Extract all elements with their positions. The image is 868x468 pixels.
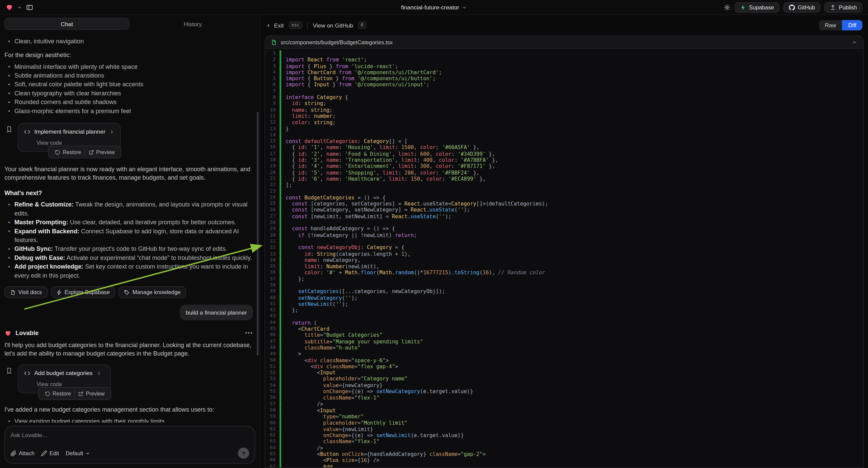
more-options-icon[interactable]: ••• [245,329,253,338]
card-action-bar: Restore Preview [48,146,121,158]
line-number: 5 [265,76,279,82]
code-text: return ( [281,320,317,326]
chat-panel: Chat History Clean, intuitive navigation… [0,15,260,468]
code-text: const newCategoryObj: Category = { [281,244,404,251]
raw-diff-toggle: Raw Diff [819,20,862,30]
card-action-bar: Restore Preview [38,387,112,400]
bookmark-icon[interactable] [5,126,12,133]
next-step-item: GitHub Sync: Transfer your project's cod… [4,244,253,253]
logo-chevron-down-icon[interactable] [17,5,22,10]
line-number: 66 [265,457,279,464]
composer-input[interactable] [10,431,249,441]
default-mode-button[interactable]: Default [66,450,91,456]
code-text: interface Category { [281,94,348,101]
code-line: 18 { id: '3', name: 'Transportation', li… [265,157,863,163]
code-text: { id: '6', name: 'Healthcare', limit: 15… [281,176,486,182]
line-number: 34 [265,257,279,263]
add-budget-card-title: Add budget categories [34,369,92,377]
publish-upload-icon [830,4,836,10]
sidebar-toggle-icon[interactable] [26,4,33,11]
restore-icon [55,149,60,155]
preview-button[interactable]: Preview [74,389,108,398]
line-number: 46 [265,332,279,339]
line-number: 1 [265,50,279,57]
manage-knowledge-button[interactable]: Manage knowledge [119,286,186,298]
bullet-item: Soft, neutral color palette with light b… [4,80,253,89]
line-number: 37 [265,275,279,282]
code-text: name: newCategory, [281,257,361,263]
tab-history[interactable]: History [130,18,255,30]
code-text: onChange={(e) => setNewCategory(e.target… [281,388,473,395]
diff-button[interactable]: Diff [842,20,863,30]
send-button[interactable] [238,447,249,459]
code-line: 67 Add [265,463,863,467]
line-number: 58 [265,407,279,414]
line-number: 31 [265,238,279,244]
code-line: 2import React from 'react'; [265,57,863,63]
code-text [281,88,285,94]
bookmark-icon[interactable] [5,367,12,374]
code-line: 31 [265,238,863,244]
chat-scrollbar[interactable] [257,112,259,355]
code-editor[interactable]: 12import React from 'react';3import { Pl… [265,49,863,467]
top-bullet-list: Clean, intuitive navigation [4,37,253,45]
code-line: 5import { Button } from '@/components/ui… [265,76,863,82]
publish-button[interactable]: Publish [825,2,863,12]
code-line: 8interface Category { [265,94,863,101]
code-line: 35 limit: Number(newLimit), [265,263,863,270]
collapse-chevron-icon[interactable] [851,39,858,45]
line-number: 59 [265,413,279,420]
code-text: import ChartCard from '@/components/ui/C… [281,69,442,76]
line-number: 18 [265,157,279,163]
file-path-bar[interactable]: src/components/budget/BudgetCategories.t… [265,36,863,49]
code-text: { id: '5', name: 'Shopping', limit: 200,… [281,169,479,176]
next-step-item: Expand with Backend: Connect Supabase to… [4,227,253,244]
code-line: 40 setNewCategory(''); [265,294,863,301]
github-button[interactable]: GitHub [783,2,821,12]
line-number: 65 [265,451,279,457]
view-on-github-button[interactable]: View on GitHub [313,22,353,29]
code-text: value={newLimit} [281,426,373,432]
code-line: 25 const [categories, setCategories] = R… [265,200,863,207]
line-number: 47 [265,339,279,345]
settings-gear-icon[interactable] [723,4,731,11]
project-dropdown[interactable]: financial-future-creator [401,4,467,11]
code-text: const [newCategory, setNewCategory] = Re… [281,207,470,213]
explore-supabase-button[interactable]: Explore Supabase [51,286,116,298]
code-text: const [categories, setCategories] = Reac… [281,200,548,207]
implement-card-header[interactable]: Implement financial planner [24,127,115,136]
restore-button[interactable]: Restore [52,148,85,156]
visit-docs-button[interactable]: Visit docs [4,286,47,298]
line-number: 2 [265,57,279,63]
code-line: 34 name: newCategory, [265,257,863,263]
code-line: 62 onChange={(e) => setNewLimit(e.target… [265,432,863,438]
code-text: <Input [281,370,336,376]
line-number: 26 [265,207,279,213]
code-line: 26 const [newCategory, setNewCategory] =… [265,207,863,213]
code-line: 55 onChange={(e) => setNewCategory(e.tar… [265,388,863,395]
code-text: } [281,125,289,132]
restore-button[interactable]: Restore [41,389,74,398]
paperclip-icon [10,450,17,456]
code-text [281,313,285,320]
attach-button[interactable]: Attach [10,450,35,456]
supabase-button[interactable]: Supabase [735,2,779,12]
code-line: 36 color: '#' + Math.floor(Math.random()… [265,269,863,275]
code-line: 37 }; [265,275,863,282]
raw-button[interactable]: Raw [819,20,842,30]
code-text: placeholder="Category name" [281,376,407,382]
line-number: 60 [265,420,279,426]
line-number: 44 [265,320,279,326]
edit-button[interactable]: Edit [41,450,59,456]
add-budget-card-header[interactable]: Add budget categories [24,369,105,377]
lovable-logo-heart-icon[interactable] [5,3,13,11]
preview-button[interactable]: Preview [85,148,118,156]
line-number: 20 [265,169,279,176]
arrow-up-icon [241,450,247,456]
supabase-outline-icon [56,289,62,295]
whats-next-heading: What's next? [4,189,253,197]
code-viewer-card: src/components/budget/BudgetCategories.t… [265,36,864,468]
file-path: src/components/budget/BudgetCategories.t… [280,39,393,45]
tab-chat[interactable]: Chat [4,18,129,30]
exit-button[interactable]: Exit [266,22,284,29]
